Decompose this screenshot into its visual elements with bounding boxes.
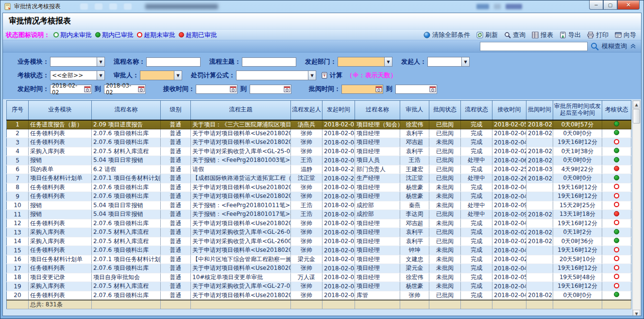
receive-time-from-input[interactable] [196,85,237,94]
col-assess-status[interactable]: 考核状态 [602,101,631,120]
refresh-button[interactable]: 刷新 [476,31,498,39]
calendar-icon[interactable] [429,86,436,92]
print-icon [587,32,594,38]
table-row[interactable]: 5报销5.04 项目日常报销普通关于报销：<FeePrg201801003笔>在… [7,156,631,165]
cell-approver: 杨世豪 [400,183,429,192]
table-row[interactable]: 9任务领料列表2.07.6 项目领料出库普通关于申请对项目领料单<Use2018… [7,192,631,201]
calendar-icon[interactable] [138,86,145,92]
cell-review-time [526,282,553,291]
chevron-down-icon[interactable]: ▼ [97,57,105,67]
col-flow-starter[interactable]: 流程发起人 [291,101,322,120]
table-row[interactable]: 3任务领料列表2.07.6 项目领料出库普通关于申请对项目领料单<Use2018… [7,138,631,147]
table-row[interactable]: 18项目变更记录项目自身审批知会普通10#核定单项目变更单审批万人谋2018-0… [7,273,631,282]
module-select[interactable]: ▼ [50,57,105,67]
calendar-icon[interactable] [84,86,91,92]
receive-time-to-input[interactable] [250,85,291,94]
scroll-down-icon[interactable]: ▼ [633,310,640,316]
table-row[interactable]: 11报销5.04 项目日常报销普通关于报销：<FeePrg201801017笔>… [7,210,631,219]
col-flow-name[interactable]: 流程名称 [92,101,161,120]
query-button[interactable]: 查询 [504,31,525,39]
col-level[interactable]: 级别 [161,101,191,120]
cell-flow-starter: 沈正堂 [291,174,322,183]
approver-select[interactable]: ▼ [140,71,182,80]
table-row[interactable]: 16项目任务材料计划单2.07.1 项目任务材料计划单普通【中和片区地下综合管廊… [7,255,631,264]
cell-review-status: 未批阅 [429,219,461,228]
cell-start-time: 2018-02-05 [322,273,355,282]
collapse-panel-icon[interactable] [630,43,636,49]
flow-topic-input[interactable] [242,57,296,67]
table-row[interactable]: 20任务领料列表2.07.6 项目领料出库普通关于申请对项目领料单<Use201… [7,291,631,300]
close-button[interactable]: ✕ [617,0,640,10]
col-process-name[interactable]: 过程名称 [355,101,400,120]
flow-name-input[interactable] [146,57,201,67]
print-button[interactable]: 打印 [587,31,609,39]
table-row[interactable]: 14采购入库列表2.07.5 材料入库流程普通关于申请对采购收货入库单<GL-2… [7,237,631,246]
cell-process-name: 部门负责人 [355,165,400,174]
cell-seq: 8 [7,183,29,192]
fuzzy-search-icon[interactable] [591,42,599,51]
start-time-to-input[interactable]: 2018-03-02 [104,85,146,94]
calendar-icon[interactable] [284,86,290,92]
scroll-up-icon[interactable]: ▲ [633,101,640,108]
table-row[interactable]: 8任务领料列表2.07.6 项目领料出库普通关于申请对项目领料单<Use2018… [7,183,631,192]
cell-flow-name: 2.07.5 材料入库流程 [92,282,161,291]
col-approver[interactable]: 审批人 [400,101,429,120]
maximize-button[interactable]: ▢ [603,0,617,10]
cell-topic: 关于报销：<FeePrg201801003笔>在日期 [191,156,291,165]
cell-module: 项目变更记录 [29,273,92,282]
chevron-down-icon[interactable]: ▼ [461,57,470,67]
start-dept-select[interactable]: ▼ [338,57,392,67]
col-review-status[interactable]: 批阅状态 [429,101,461,120]
col-flow-status[interactable]: 流程状态 [461,101,492,120]
assess-status-label: 考核状态： [17,71,49,80]
toolbar: 清除全部条件 刷新 查询 报表 导出 打印 [424,31,636,39]
col-review-time[interactable]: 批阅时间 [526,101,553,120]
col-seq[interactable]: 序号 [7,101,29,120]
col-receive-time[interactable]: 接收时间 [492,101,526,120]
minimize-button[interactable]: ─ [589,0,603,10]
chevron-down-icon[interactable]: ▼ [97,71,105,80]
chevron-down-icon[interactable]: ▼ [384,57,392,67]
table-row[interactable]: 12任务领料列表2.07.6 项目领料出库普通关于申请对项目领料单<Use201… [7,219,631,228]
table-row[interactable]: 2任务领料列表2.07.6 项目领料出库普通关于申请对项目领料单<Use2018… [7,129,631,138]
col-topic[interactable]: 流程主题 [191,101,291,120]
penalty-formula-select[interactable]: ▼ [236,71,316,80]
table-row[interactable]: 19采购入库列表2.07.5 材料入库流程普通关于申请对采购收货入库单<GL-2… [7,282,631,291]
table-row[interactable]: 1任务进度报告（新）2.09 项目进度报告普通关于项目：《三六三医院犀浦院区项目… [7,120,631,129]
col-module[interactable]: 业务模块 [29,101,92,120]
window-controls: ─ ▢ ✕ [589,0,640,10]
vertical-scrollbar[interactable]: ▲ ▼ [632,100,641,316]
chevron-down-icon[interactable]: ▼ [174,71,182,80]
cell-process-name: 项目经理 [355,255,400,264]
assess-status-select[interactable]: <<全部>>▼ [50,71,105,80]
table-row[interactable]: 13采购入库列表2.07.5 材料入库流程普通关于申请对采购收货入库单<GL-2… [7,228,631,237]
calendar-icon[interactable] [375,86,382,92]
table-row[interactable]: 4采购入库列表2.07.5 材料入库流程普通关于申请对采购收货入库单<GL-25… [7,147,631,156]
table-row[interactable]: 7项目任务材料计划单2.07.1 项目任务材料计划单普通【成都国际铁路港货运大道… [7,174,631,183]
cell-review-time: 2018-02-04 [526,291,553,300]
col-start-time[interactable]: 发起时间 [322,101,355,120]
calculate-button[interactable]: 计算 [321,71,342,80]
col-duration[interactable]: 审批所用时间或发起后至今时间 [553,101,602,120]
table-row[interactable]: 17任务领料列表2.07.6 项目领料出库普通关于申请对项目领料单<Use201… [7,264,631,273]
export-button[interactable]: 导出 [559,31,581,39]
chevron-down-icon[interactable]: ▼ [308,71,316,80]
fuzzy-search-label[interactable]: 模糊查询 [602,42,627,51]
cell-duration: 0天0时57分 [553,120,602,129]
table-row[interactable]: 6我的表单6.2 请假普通请假温静2018-02-25部门负责人王建宏已批阅完成… [7,165,631,174]
starter-select[interactable]: ▼ [427,57,470,67]
fuzzy-search-input[interactable] [480,42,588,51]
report-button[interactable]: 报表 [532,31,553,39]
cell-module: 任务领料列表 [29,219,92,228]
wizard-button[interactable]: 向导 [615,31,636,39]
table-row[interactable]: 10报销5.04 项目日常报销普通关于报销：<FeePrg201801011笔>… [7,201,631,210]
calendar-icon[interactable] [230,86,237,92]
review-time-from-input[interactable] [341,85,383,94]
table-row[interactable]: 15任务领料列表2.07.6 项目领料出库普通关于申请对项目领料单<Use201… [7,246,631,255]
clear-conditions-button[interactable]: 清除全部条件 [424,31,470,39]
review-time-to-input[interactable] [395,85,437,94]
scrollbar-thumb[interactable] [633,109,640,124]
cell-flow-status: 完成 [461,192,492,201]
start-time-from-input[interactable]: 2018-02-02 [50,85,92,94]
cell-flow-status: 处理中 [461,201,492,210]
